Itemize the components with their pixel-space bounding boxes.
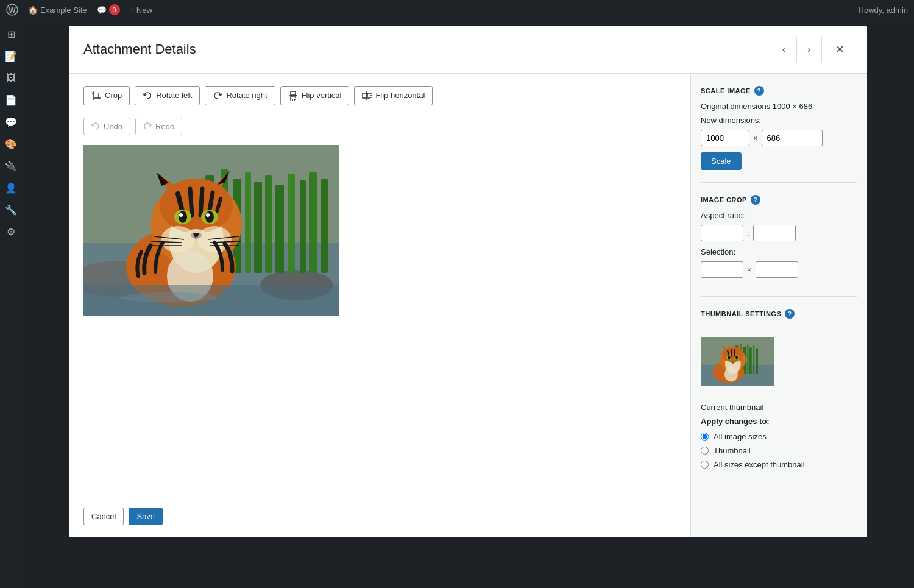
modal-title: Attachment Details [83, 41, 771, 57]
svg-rect-17 [309, 172, 317, 273]
thumbnail-preview-image [701, 325, 774, 398]
svg-point-30 [205, 211, 214, 223]
sidebar-dashboard-icon[interactable]: ⊞ [1, 24, 21, 44]
undo-button[interactable]: Undo [83, 118, 130, 135]
cancel-button[interactable]: Cancel [83, 508, 124, 525]
svg-rect-54 [753, 345, 754, 374]
selection-inputs: × [701, 261, 857, 278]
svg-point-36 [161, 226, 195, 253]
flip-horizontal-icon [362, 91, 372, 101]
svg-text:W: W [9, 6, 16, 15]
flip-vertical-button[interactable]: Flip vertical [280, 86, 350, 105]
scale-image-section: SCALE IMAGE ? Original dimensions 1000 ×… [701, 86, 857, 183]
rotate-right-button[interactable]: Rotate right [205, 86, 275, 105]
image-crop-title: IMAGE CROP ? [701, 195, 857, 205]
radio-all-except-thumbnail-input[interactable] [701, 461, 709, 469]
aspect-ratio-label: Aspect ratio: [701, 211, 857, 220]
admin-sidebar: ⊞ 📝 🖼 📄 💬 🎨 🔌 👤 🔧 ⚙ [0, 19, 22, 588]
sidebar-panel: SCALE IMAGE ? Original dimensions 1000 ×… [690, 74, 867, 537]
undo-icon [91, 122, 100, 131]
attachment-details-modal: Attachment Details ‹ › ✕ [69, 26, 867, 537]
radio-all-sizes-input[interactable] [701, 433, 709, 441]
scale-width-input[interactable] [701, 130, 749, 146]
svg-rect-18 [321, 179, 328, 273]
modal-prev-button[interactable]: ‹ [771, 37, 796, 62]
rotate-left-button[interactable]: Rotate left [135, 86, 200, 105]
svg-rect-12 [254, 182, 262, 273]
svg-rect-11 [245, 172, 251, 273]
scale-help-icon[interactable]: ? [754, 86, 764, 96]
redo-button[interactable]: Redo [135, 118, 182, 135]
sidebar-comments-icon[interactable]: 💬 [1, 112, 21, 132]
svg-point-68 [724, 367, 738, 381]
radio-thumbnail[interactable]: Thumbnail [701, 446, 857, 455]
flip-vertical-icon [288, 91, 298, 101]
radio-all-sizes[interactable]: All image sizes [701, 432, 857, 441]
svg-point-29 [179, 211, 187, 223]
svg-point-67 [733, 362, 735, 363]
svg-rect-13 [265, 175, 272, 273]
aspect-ratio-inputs: : [701, 225, 857, 241]
comments-bar[interactable]: 💬 0 [97, 4, 120, 15]
rotate-left-icon [143, 91, 152, 101]
main-area: Attachment Details ‹ › ✕ [22, 19, 914, 588]
toolbar-primary: Crop Rotate left [83, 86, 676, 105]
scale-height-input[interactable] [762, 130, 823, 146]
sidebar-tools-icon[interactable]: 🔧 [1, 200, 21, 219]
dimension-separator: × [753, 133, 758, 143]
selection-height-input[interactable] [756, 261, 798, 278]
sidebar-media-icon[interactable]: 🖼 [1, 68, 21, 88]
svg-rect-16 [300, 180, 306, 273]
tiger-image [83, 145, 339, 316]
svg-point-32 [206, 213, 210, 217]
crop-icon [91, 91, 101, 101]
sidebar-users-icon[interactable]: 👤 [1, 178, 21, 197]
new-dimensions-label: New dimensions: [701, 116, 857, 125]
wp-logo[interactable]: W [6, 4, 18, 16]
aspect-separator: : [747, 228, 749, 238]
svg-rect-55 [756, 349, 758, 374]
modal-header: Attachment Details ‹ › ✕ [69, 26, 867, 74]
greeting: Howdy, admin [859, 5, 908, 15]
sidebar-settings-icon[interactable]: ⚙ [1, 222, 21, 241]
scale-button[interactable]: Scale [701, 152, 742, 170]
svg-rect-45 [83, 285, 339, 316]
editor-area: Crop Rotate left [69, 74, 690, 537]
rotate-right-icon [213, 91, 222, 101]
flip-horizontal-button[interactable]: Flip horizontal [354, 86, 433, 105]
selection-label: Selection: [701, 247, 857, 257]
save-button[interactable]: Save [129, 508, 163, 525]
sidebar-pages-icon[interactable]: 📄 [1, 90, 21, 110]
modal-close-button[interactable]: ✕ [827, 37, 852, 62]
svg-rect-53 [749, 347, 752, 374]
selection-width-input[interactable] [701, 261, 743, 278]
sidebar-appearance-icon[interactable]: 🎨 [1, 134, 21, 154]
dimension-inputs: × [701, 130, 857, 146]
svg-rect-14 [275, 185, 284, 273]
modal-body: Crop Rotate left [69, 74, 867, 537]
scale-image-title: SCALE IMAGE ? [701, 86, 857, 96]
apply-changes-label: Apply changes to: [701, 417, 857, 426]
svg-point-31 [179, 213, 183, 217]
original-dimensions-label: Original dimensions 1000 × 686 [701, 102, 857, 111]
sidebar-plugins-icon[interactable]: 🔌 [1, 156, 21, 175]
site-name-bar[interactable]: 🏠 Example Site [28, 5, 87, 15]
thumbnail-help-icon[interactable]: ? [785, 309, 795, 319]
thumbnail-settings-section: THUMBNAIL SETTINGS ? [701, 309, 857, 481]
svg-rect-15 [288, 174, 295, 273]
radio-all-except-thumbnail[interactable]: All sizes except thumbnail [701, 460, 857, 469]
aspect-width-input[interactable] [701, 225, 743, 241]
current-thumbnail-label: Current thumbnail [701, 403, 857, 412]
svg-rect-52 [747, 345, 749, 374]
aspect-height-input[interactable] [753, 225, 796, 241]
new-button-bar[interactable]: + New [130, 5, 152, 15]
modal-next-button[interactable]: › [796, 37, 822, 62]
modal-navigation: ‹ › [771, 37, 822, 62]
admin-bar: W 🏠 Example Site 💬 0 + New Howdy, admin [0, 0, 914, 19]
radio-thumbnail-input[interactable] [701, 447, 709, 455]
modal-overlay: Attachment Details ‹ › ✕ [22, 19, 914, 588]
svg-point-46 [120, 292, 218, 302]
crop-button[interactable]: Crop [83, 86, 130, 105]
sidebar-posts-icon[interactable]: 📝 [1, 46, 21, 66]
crop-help-icon[interactable]: ? [751, 195, 760, 205]
